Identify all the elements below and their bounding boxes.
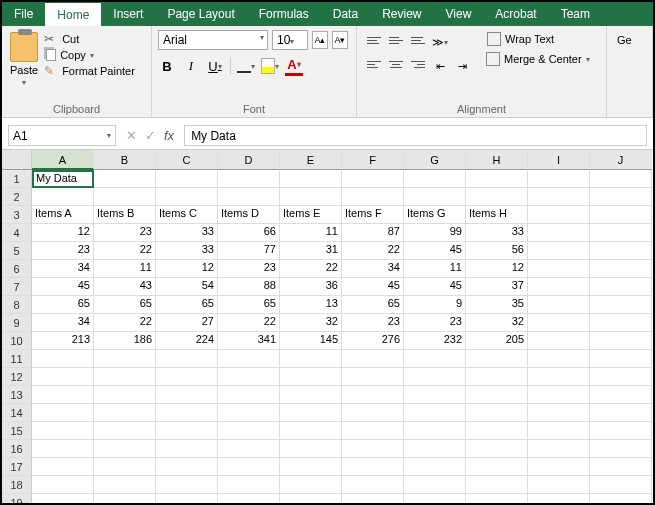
cell-C2[interactable]: [156, 188, 218, 206]
cell-A19[interactable]: [32, 494, 94, 505]
tab-team[interactable]: Team: [549, 2, 602, 26]
cell-J8[interactable]: [590, 296, 652, 314]
row-header-13[interactable]: 13: [2, 386, 32, 404]
cell-F10[interactable]: 276: [342, 332, 404, 350]
cell-F6[interactable]: 34: [342, 260, 404, 278]
cell-D14[interactable]: [218, 404, 280, 422]
cell-I7[interactable]: [528, 278, 590, 296]
cell-A4[interactable]: 12: [32, 224, 94, 242]
cell-H4[interactable]: 33: [466, 224, 528, 242]
cell-E11[interactable]: [280, 350, 342, 368]
cell-E13[interactable]: [280, 386, 342, 404]
font-color-button[interactable]: A▾: [285, 56, 303, 76]
cell-G7[interactable]: 45: [404, 278, 466, 296]
cell-D3[interactable]: Items D: [218, 206, 280, 224]
cell-G9[interactable]: 23: [404, 314, 466, 332]
wrap-text-button[interactable]: Wrap Text: [483, 30, 593, 48]
cell-D19[interactable]: [218, 494, 280, 505]
row-header-6[interactable]: 6: [2, 260, 32, 278]
cell-G14[interactable]: [404, 404, 466, 422]
column-header-G[interactable]: G: [404, 150, 466, 170]
cell-E4[interactable]: 11: [280, 224, 342, 242]
cell-D13[interactable]: [218, 386, 280, 404]
cell-F11[interactable]: [342, 350, 404, 368]
number-format-label[interactable]: Ge: [613, 30, 646, 50]
cell-I2[interactable]: [528, 188, 590, 206]
cell-F15[interactable]: [342, 422, 404, 440]
row-header-17[interactable]: 17: [2, 458, 32, 476]
tab-file[interactable]: File: [2, 2, 45, 26]
cell-E1[interactable]: [280, 170, 342, 188]
increase-indent-button[interactable]: ⇥: [453, 56, 471, 76]
cell-H8[interactable]: 35: [466, 296, 528, 314]
cell-I8[interactable]: [528, 296, 590, 314]
cell-E2[interactable]: [280, 188, 342, 206]
cell-E9[interactable]: 32: [280, 314, 342, 332]
fill-color-button[interactable]: ▾: [261, 56, 279, 76]
cell-A15[interactable]: [32, 422, 94, 440]
cell-H10[interactable]: 205: [466, 332, 528, 350]
paste-button[interactable]: Paste: [10, 64, 38, 76]
cell-B16[interactable]: [94, 440, 156, 458]
cell-B19[interactable]: [94, 494, 156, 505]
cell-J6[interactable]: [590, 260, 652, 278]
cell-F13[interactable]: [342, 386, 404, 404]
cell-I15[interactable]: [528, 422, 590, 440]
cell-A16[interactable]: [32, 440, 94, 458]
cell-J11[interactable]: [590, 350, 652, 368]
chevron-down-icon[interactable]: ▾: [107, 131, 111, 140]
decrease-indent-button[interactable]: ⇤: [431, 56, 449, 76]
tab-insert[interactable]: Insert: [101, 2, 155, 26]
font-size-select[interactable]: 10▾: [272, 30, 308, 50]
tab-formulas[interactable]: Formulas: [247, 2, 321, 26]
cell-A6[interactable]: 34: [32, 260, 94, 278]
cell-B15[interactable]: [94, 422, 156, 440]
align-bottom-button[interactable]: [409, 32, 427, 48]
cell-G3[interactable]: Items G: [404, 206, 466, 224]
name-box[interactable]: A1▾: [8, 125, 116, 146]
cell-E3[interactable]: Items E: [280, 206, 342, 224]
tab-review[interactable]: Review: [370, 2, 433, 26]
cell-G13[interactable]: [404, 386, 466, 404]
underline-button[interactable]: U▾: [206, 56, 224, 76]
cell-C3[interactable]: Items C: [156, 206, 218, 224]
cell-G15[interactable]: [404, 422, 466, 440]
cell-I17[interactable]: [528, 458, 590, 476]
row-header-1[interactable]: 1: [2, 170, 32, 188]
cell-D9[interactable]: 22: [218, 314, 280, 332]
italic-button[interactable]: I: [182, 56, 200, 76]
cell-G10[interactable]: 232: [404, 332, 466, 350]
row-header-5[interactable]: 5: [2, 242, 32, 260]
tab-page-layout[interactable]: Page Layout: [155, 2, 246, 26]
cell-H19[interactable]: [466, 494, 528, 505]
cell-C10[interactable]: 224: [156, 332, 218, 350]
cell-F17[interactable]: [342, 458, 404, 476]
cell-D18[interactable]: [218, 476, 280, 494]
cell-D17[interactable]: [218, 458, 280, 476]
tab-acrobat[interactable]: Acrobat: [483, 2, 548, 26]
cell-E16[interactable]: [280, 440, 342, 458]
column-header-E[interactable]: E: [280, 150, 342, 170]
row-header-12[interactable]: 12: [2, 368, 32, 386]
cell-E5[interactable]: 31: [280, 242, 342, 260]
row-header-4[interactable]: 4: [2, 224, 32, 242]
cell-I1[interactable]: [528, 170, 590, 188]
cell-E14[interactable]: [280, 404, 342, 422]
cell-A8[interactable]: 65: [32, 296, 94, 314]
cell-G2[interactable]: [404, 188, 466, 206]
align-center-button[interactable]: [387, 56, 405, 72]
tab-view[interactable]: View: [434, 2, 484, 26]
cell-B9[interactable]: 22: [94, 314, 156, 332]
column-header-F[interactable]: F: [342, 150, 404, 170]
cell-F3[interactable]: Items F: [342, 206, 404, 224]
align-left-button[interactable]: [365, 56, 383, 72]
cell-H16[interactable]: [466, 440, 528, 458]
cell-D10[interactable]: 341: [218, 332, 280, 350]
cell-C11[interactable]: [156, 350, 218, 368]
cell-G5[interactable]: 45: [404, 242, 466, 260]
cell-C19[interactable]: [156, 494, 218, 505]
cell-I13[interactable]: [528, 386, 590, 404]
cell-C9[interactable]: 27: [156, 314, 218, 332]
cell-J3[interactable]: [590, 206, 652, 224]
cell-E8[interactable]: 13: [280, 296, 342, 314]
